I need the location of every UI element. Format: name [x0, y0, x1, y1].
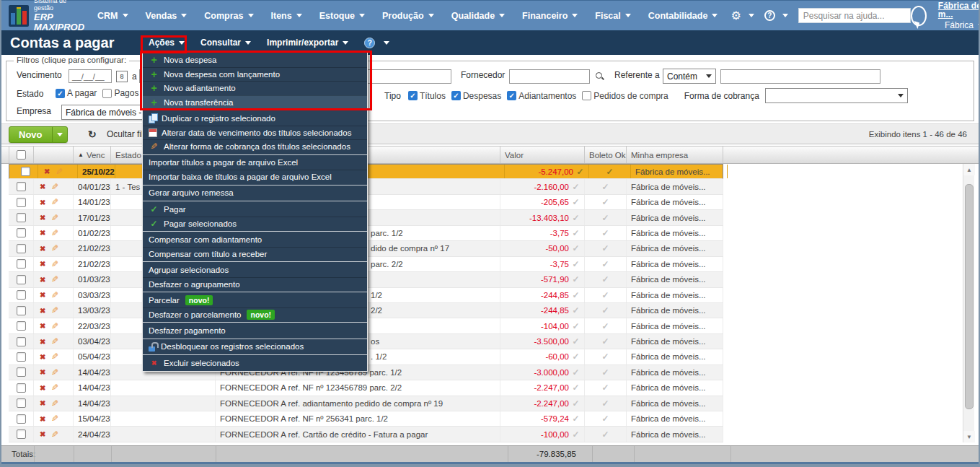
edit-row-icon[interactable]: [51, 182, 58, 192]
topbar-menu-vendas[interactable]: Vendas: [146, 11, 187, 21]
edit-row-icon[interactable]: [51, 398, 58, 409]
refresh-icon[interactable]: [88, 128, 97, 140]
edit-row-icon[interactable]: [51, 383, 58, 393]
fornecedor-input[interactable]: [509, 69, 590, 84]
menu-item[interactable]: Duplicar o registro selecionado: [143, 111, 367, 126]
chat-bubble-icon[interactable]: [911, 6, 927, 26]
menu-item[interactable]: Importar baixa de títulos a pagar de arq…: [143, 170, 367, 184]
menu-item[interactable]: Alterar forma de cobrança dos títulos se…: [143, 139, 367, 154]
edit-row-icon[interactable]: [51, 429, 58, 440]
row-checkbox[interactable]: [21, 167, 30, 176]
delete-row-icon[interactable]: [40, 229, 45, 237]
table-row[interactable]: 14/04/23FORNECEDOR A ref. adiantamento p…: [9, 396, 723, 411]
row-checkbox[interactable]: [17, 414, 26, 424]
row-checkbox[interactable]: [17, 213, 26, 222]
topbar-menu-compras[interactable]: Compras: [204, 11, 253, 21]
table-row[interactable]: 15/04/23FORNECEDOR A ref. NF nº 256341 p…: [9, 411, 723, 427]
row-checkbox[interactable]: [17, 337, 26, 346]
select-all-checkbox[interactable]: [17, 150, 26, 160]
filters-legend[interactable]: Filtros (clique para configurar:: [14, 56, 129, 64]
edit-row-icon[interactable]: [51, 414, 58, 424]
referente-input[interactable]: [720, 69, 880, 84]
delete-row-icon[interactable]: [40, 214, 45, 222]
row-checkbox[interactable]: [17, 244, 26, 253]
edit-row-icon[interactable]: [51, 336, 58, 346]
edit-row-icon[interactable]: [51, 352, 58, 362]
edit-row-icon[interactable]: [51, 367, 58, 377]
header-venc[interactable]: ▲Venc: [74, 147, 111, 163]
table-row[interactable]: 14/04/23FORNECEDOR A ref. NF nº 12345678…: [9, 380, 723, 396]
scrollbar-thumb[interactable]: [965, 184, 974, 409]
new-button[interactable]: Novo: [9, 126, 68, 143]
menu-item[interactable]: Desfazer o agrupamento: [143, 277, 367, 292]
header-empresa[interactable]: Minha empresa: [627, 147, 723, 163]
delete-row-icon[interactable]: [40, 307, 45, 315]
menu-item[interactable]: Pagar: [143, 202, 367, 217]
edit-row-icon[interactable]: [51, 321, 58, 331]
header-boleto[interactable]: Boleto Ok: [585, 147, 627, 163]
delete-row-icon[interactable]: [40, 430, 45, 438]
delete-row-icon[interactable]: [40, 353, 45, 361]
row-checkbox[interactable]: [17, 198, 26, 207]
chevron-down-icon[interactable]: [782, 14, 788, 17]
delete-row-icon[interactable]: [40, 260, 45, 268]
vencimento-from-input[interactable]: __/__/__: [69, 69, 112, 83]
menu-item[interactable]: Nova transferência: [143, 95, 367, 110]
topbar-menu-qualidade[interactable]: Qualidade: [451, 11, 505, 21]
menu-item[interactable]: Importar títulos a pagar de arquivo Exce…: [143, 156, 367, 170]
search-icon[interactable]: [595, 71, 604, 81]
menu-item[interactable]: Nova despesa: [143, 53, 367, 67]
row-checkbox[interactable]: [17, 367, 26, 377]
edit-row-icon[interactable]: [51, 243, 58, 253]
delete-row-icon[interactable]: [44, 167, 50, 175]
scroll-down-icon[interactable]: ▼: [963, 431, 975, 442]
header-valor[interactable]: Valor: [500, 147, 585, 163]
calendar-icon[interactable]: [116, 71, 128, 82]
delete-row-icon[interactable]: [40, 291, 45, 299]
menu-item[interactable]: Parcelarnovo!: [143, 293, 367, 307]
delete-row-icon[interactable]: [40, 368, 45, 376]
consult-menu-button[interactable]: Consultar: [200, 38, 251, 48]
print-export-menu-button[interactable]: Imprimir/exportar: [267, 38, 348, 48]
topbar-menu-contabilidade[interactable]: Contabilidade: [648, 11, 718, 21]
edit-row-icon[interactable]: [51, 305, 58, 315]
menu-item[interactable]: Desfazer o parcelamentonovo!: [143, 307, 367, 322]
row-checkbox[interactable]: [17, 182, 26, 191]
delete-row-icon[interactable]: [40, 245, 45, 253]
menu-item[interactable]: Pagar selecionados: [143, 217, 367, 231]
table-row[interactable]: 24/04/23FORNECEDOR A ref. Cartão de créd…: [9, 427, 723, 442]
row-checkbox[interactable]: [17, 290, 26, 300]
edit-row-icon[interactable]: [51, 228, 58, 238]
checkbox[interactable]: [507, 91, 516, 100]
delete-row-icon[interactable]: [40, 276, 45, 284]
row-checkbox[interactable]: [17, 429, 26, 439]
edit-row-icon[interactable]: [51, 259, 58, 269]
scroll-up-icon[interactable]: ▲: [963, 164, 975, 175]
row-checkbox[interactable]: [17, 398, 26, 408]
edit-row-icon[interactable]: [56, 167, 63, 177]
topbar-menu-fiscal[interactable]: Fiscal: [595, 11, 630, 21]
checkbox[interactable]: [451, 91, 461, 100]
topbar-menu-financeiro[interactable]: Financeiro: [522, 11, 578, 21]
delete-row-icon[interactable]: [40, 198, 45, 206]
chevron-down-icon[interactable]: [749, 14, 754, 17]
checkbox[interactable]: [408, 91, 418, 100]
row-checkbox[interactable]: [17, 275, 26, 284]
delete-row-icon[interactable]: [40, 384, 45, 392]
delete-row-icon[interactable]: [40, 322, 45, 330]
gear-icon[interactable]: ⚙: [730, 9, 741, 22]
checkbox[interactable]: [102, 89, 112, 98]
row-checkbox[interactable]: [17, 259, 26, 269]
help-search-input[interactable]: [798, 8, 911, 23]
topbar-menu-estoque[interactable]: Estoque: [319, 11, 365, 21]
row-checkbox[interactable]: [17, 383, 26, 393]
edit-row-icon[interactable]: [51, 197, 58, 207]
delete-row-icon[interactable]: [40, 338, 45, 346]
new-button-dropdown[interactable]: [52, 127, 67, 142]
topbar-menu-itens[interactable]: Itens: [271, 11, 302, 21]
menu-item[interactable]: Gerar arquivo remessa: [143, 186, 367, 201]
account-link[interactable]: Fábrica de m...: [938, 1, 979, 19]
topbar-menu-produo[interactable]: Produção: [382, 11, 434, 21]
menu-item[interactable]: Alterar data de vencimento dos títulos s…: [143, 126, 367, 140]
delete-row-icon[interactable]: [40, 183, 45, 191]
